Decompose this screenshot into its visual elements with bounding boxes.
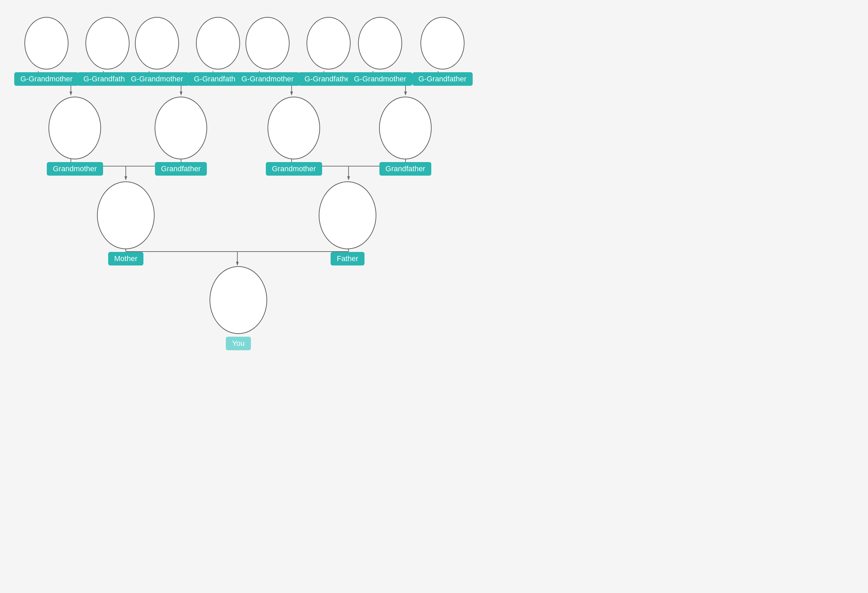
label-grandmother-1: Grandmother xyxy=(47,162,103,176)
avatar-gg-grandfather-2 xyxy=(196,17,240,69)
person-mother: Mother xyxy=(97,181,155,266)
avatar-gg-grandfather-1 xyxy=(86,17,130,69)
avatar-gg-grandmother-3 xyxy=(245,17,289,69)
person-gg-grandmother-1: G-Grandmother xyxy=(14,17,79,86)
label-grandmother-2: Grandmother xyxy=(266,162,322,176)
label-you: You xyxy=(226,337,251,350)
avatar-gg-grandfather-4 xyxy=(421,17,465,69)
person-father: Father xyxy=(319,181,376,266)
avatar-grandfather-1 xyxy=(155,97,207,159)
person-grandfather-2: Grandfather xyxy=(379,97,432,176)
label-grandfather-1: Grandfather xyxy=(155,162,207,176)
avatar-mother xyxy=(97,181,155,249)
avatar-grandmother-2 xyxy=(267,97,320,159)
avatar-gg-grandfather-3 xyxy=(307,17,351,69)
avatar-gg-grandmother-4 xyxy=(358,17,402,69)
label-gg-grandmother-4: G-Grandmother xyxy=(348,72,412,86)
person-grandfather-1: Grandfather xyxy=(155,97,207,176)
svg-marker-9 xyxy=(180,91,182,96)
label-gg-grandfather-4: G-Grandfather xyxy=(412,72,472,86)
svg-marker-14 xyxy=(290,91,293,96)
person-you: You xyxy=(210,266,267,350)
avatar-grandmother-1 xyxy=(49,97,101,159)
avatar-grandfather-2 xyxy=(379,97,432,159)
label-grandfather-2: Grandfather xyxy=(379,162,431,176)
label-gg-grandmother-3: G-Grandmother xyxy=(235,72,300,86)
svg-marker-34 xyxy=(236,262,239,266)
avatar-gg-grandmother-1 xyxy=(24,17,68,69)
person-gg-grandmother-2: G-Grandmother xyxy=(125,17,189,86)
person-grandmother-1: Grandmother xyxy=(47,97,103,176)
svg-marker-24 xyxy=(124,176,127,180)
label-gg-grandmother-1: G-Grandmother xyxy=(14,72,79,86)
person-gg-grandmother-4: G-Grandmother xyxy=(348,17,412,86)
avatar-you xyxy=(210,266,267,334)
avatar-gg-grandmother-2 xyxy=(135,17,179,69)
family-tree: G-Grandmother G-Grandfather G-Grandmothe… xyxy=(0,0,868,593)
label-mother: Mother xyxy=(108,252,143,266)
person-gg-grandfather-4: G-Grandfather xyxy=(412,17,472,86)
person-grandmother-2: Grandmother xyxy=(266,97,322,176)
svg-marker-4 xyxy=(69,91,72,96)
person-gg-grandmother-3: G-Grandmother xyxy=(235,17,300,86)
svg-marker-29 xyxy=(347,176,350,180)
family-lines xyxy=(0,0,868,593)
avatar-father xyxy=(319,181,376,249)
label-gg-grandmother-2: G-Grandmother xyxy=(125,72,189,86)
svg-marker-19 xyxy=(404,91,407,96)
label-father: Father xyxy=(331,252,365,266)
